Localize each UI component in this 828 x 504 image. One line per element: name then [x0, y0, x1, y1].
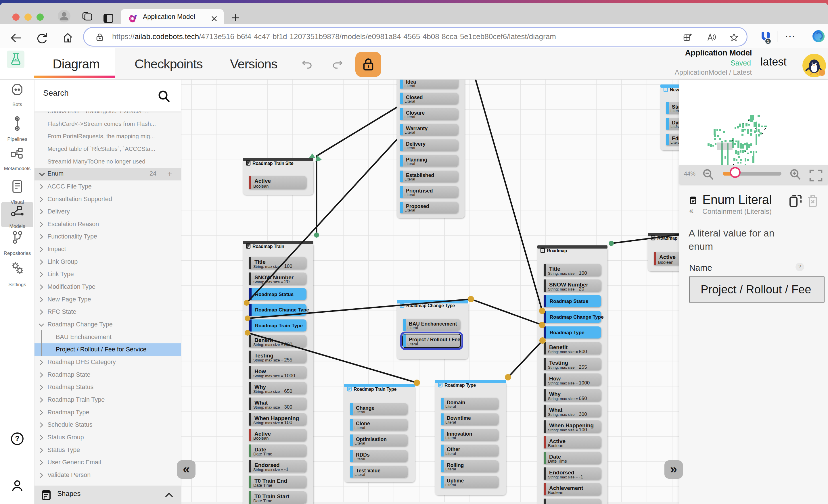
svg-text:Project / Rollout / Fee: Project / Rollout / Fee — [409, 337, 460, 342]
svg-text:Boolean: Boolean — [253, 184, 268, 188]
svg-text:String: max size = 300: String: max size = 300 — [253, 404, 292, 410]
svg-text:Literal: Literal — [405, 130, 415, 134]
svg-text:Literal: Literal — [355, 425, 365, 430]
svg-text:New Page Type: New Page Type — [670, 87, 679, 92]
svg-text:Roadmap Status: Roadmap Status — [550, 299, 588, 304]
svg-text:Literal: Literal — [355, 457, 365, 461]
svg-text:String: max size = -1: String: max size = -1 — [548, 474, 583, 479]
svg-text:Roadmap Type: Roadmap Type — [550, 330, 584, 335]
svg-text:Title: Title — [549, 266, 560, 272]
svg-text:Roadmap Train Type: Roadmap Train Type — [255, 323, 303, 328]
svg-text:Boolean: Boolean — [253, 436, 268, 441]
svg-text:Roadmap Change Type: Roadmap Change Type — [550, 314, 604, 320]
svg-text:?: ? — [15, 434, 19, 443]
svg-text:String: max size = 100: String: max size = 100 — [253, 420, 292, 425]
svg-text:1: 1 — [767, 39, 769, 44]
svg-text:Roadmap Change Type: Roadmap Change Type — [255, 307, 309, 313]
svg-text:Literal: Literal — [405, 162, 415, 166]
svg-text:Boolean: Boolean — [658, 260, 673, 265]
svg-text:String: max size = 650: String: max size = 650 — [548, 396, 587, 401]
svg-text:String: max size = 650: String: max size = 650 — [253, 388, 292, 394]
svg-text:Roadmap Status: Roadmap Status — [255, 292, 294, 297]
svg-text:Literal: Literal — [445, 420, 456, 424]
svg-text:Literal: Literal — [405, 84, 415, 88]
svg-text:Date Time: Date Time — [548, 459, 567, 463]
svg-text:String: max size = 20: String: max size = 20 — [253, 279, 290, 284]
svg-text:Literal: Literal — [670, 108, 679, 113]
svg-text:Roadmap: Roadmap — [547, 248, 567, 253]
svg-text:Literal: Literal — [670, 140, 679, 144]
svg-text:Literal: Literal — [445, 467, 456, 471]
svg-text:Benefit: Benefit — [549, 344, 568, 350]
svg-text:Literal: Literal — [355, 472, 365, 477]
svg-text:Date Time: Date Time — [253, 499, 272, 503]
svg-text:Literal: Literal — [407, 342, 418, 346]
svg-text:Title: Title — [254, 259, 266, 265]
svg-text:Literal: Literal — [405, 146, 415, 150]
svg-text:String: max size = 255: String: max size = 255 — [253, 357, 292, 363]
svg-text:String: max size = 100: String: max size = 100 — [253, 264, 292, 269]
svg-text:Literal: Literal — [445, 404, 456, 409]
svg-text:Literal: Literal — [445, 436, 456, 440]
svg-text:Literal: Literal — [355, 441, 365, 445]
svg-text:String: max size = 255: String: max size = 255 — [548, 364, 587, 370]
svg-text:String: max size = 1000: String: max size = 1000 — [548, 380, 590, 385]
svg-text:String: max size = 800: String: max size = 800 — [548, 349, 587, 354]
svg-text:String: max size = 20: String: max size = 20 — [548, 286, 584, 292]
svg-text:String: max size = 300: String: max size = 300 — [548, 411, 587, 417]
svg-text:Literal: Literal — [407, 326, 418, 330]
svg-text:Date Time: Date Time — [253, 452, 272, 456]
svg-text:When Happening: When Happening — [254, 415, 299, 421]
svg-text:What: What — [549, 407, 563, 413]
svg-text:String: max size = 100: String: max size = 100 — [548, 270, 587, 276]
svg-text:Testing: Testing — [254, 353, 274, 359]
svg-text:Active: Active — [659, 254, 676, 260]
svg-text:Why: Why — [254, 384, 266, 390]
svg-text:Literal: Literal — [670, 125, 679, 129]
svg-text:When Happening: When Happening — [549, 422, 594, 428]
svg-text:Why: Why — [549, 391, 561, 397]
svg-text:Roadmap Type: Roadmap Type — [445, 383, 476, 387]
svg-text:What: What — [254, 400, 268, 406]
svg-text:Date Time: Date Time — [253, 483, 272, 488]
svg-text:Literal: Literal — [405, 99, 415, 103]
svg-text:Roadmap Train: Roadmap Train — [252, 244, 284, 249]
svg-text:String: max size = 100: String: max size = 100 — [548, 427, 587, 432]
svg-text:Endorsed: Endorsed — [254, 462, 280, 468]
svg-text:How: How — [549, 375, 561, 381]
svg-text:Literal: Literal — [405, 177, 415, 181]
svg-text:How: How — [254, 368, 266, 374]
svg-text:Roadmap Train Type: Roadmap Train Type — [354, 387, 397, 392]
svg-text:Boolean: Boolean — [548, 490, 563, 495]
svg-text:Literal: Literal — [405, 208, 415, 212]
svg-text:Roadmap Train Site: Roadmap Train Site — [252, 161, 294, 166]
svg-text:Literal: Literal — [445, 483, 456, 487]
svg-text:String: max size = 1000: String: max size = 1000 — [253, 373, 295, 378]
svg-text:Boolean: Boolean — [548, 443, 563, 448]
svg-text:Active: Active — [254, 178, 271, 184]
svg-text:Literal: Literal — [405, 192, 415, 197]
svg-text:Testing: Testing — [549, 360, 568, 366]
svg-text:Literal: Literal — [355, 410, 365, 414]
svg-text:Literal: Literal — [445, 451, 456, 456]
svg-text:Endorsed: Endorsed — [549, 469, 574, 475]
svg-text:Literal: Literal — [405, 114, 415, 119]
svg-text:String: max size = -1: String: max size = -1 — [253, 467, 288, 472]
